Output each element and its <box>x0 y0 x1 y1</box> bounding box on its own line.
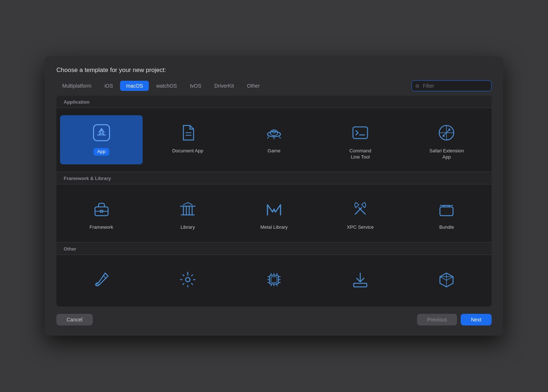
svg-text:A: A <box>99 128 104 137</box>
xpc-service-label: XPC Service <box>347 224 374 231</box>
svg-line-26 <box>359 208 365 214</box>
next-button[interactable]: Next <box>461 314 492 325</box>
svg-line-21 <box>188 203 192 205</box>
tab-multiplatform[interactable]: Multiplatform <box>56 81 97 91</box>
previous-button[interactable]: Previous <box>417 314 457 325</box>
cancel-button[interactable]: Cancel <box>56 314 93 325</box>
template-chip[interactable] <box>233 262 315 299</box>
safari-extension-icon <box>435 121 458 144</box>
command-line-label: CommandLine Tool <box>349 148 371 160</box>
template-library[interactable]: Library <box>146 192 229 235</box>
game-label: Game <box>267 148 280 154</box>
section-other: Other <box>56 243 492 307</box>
document-app-icon <box>176 121 199 144</box>
settings-icon <box>176 268 199 291</box>
svg-rect-10 <box>353 127 368 139</box>
app-label: App <box>94 148 109 156</box>
template-framework[interactable]: Framework <box>60 192 143 235</box>
framework-icon <box>90 197 113 221</box>
svg-point-30 <box>96 284 98 286</box>
section-framework-library: Framework & Library Framework <box>56 172 492 243</box>
svg-line-7 <box>267 136 269 139</box>
template-custom-build[interactable] <box>60 262 143 299</box>
chip-icon <box>262 268 286 291</box>
framework-grid: Framework <box>56 184 492 242</box>
template-safari-extension[interactable]: Safari ExtensionApp <box>405 115 488 165</box>
game-icon <box>262 121 286 144</box>
template-game[interactable]: Game <box>233 115 315 165</box>
filter-wrapper: ⊜ <box>412 80 492 91</box>
template-dialog: Choose a template for your new project: … <box>45 56 503 336</box>
template-app[interactable]: A App <box>60 115 143 165</box>
tab-other[interactable]: Other <box>241 81 266 91</box>
svg-point-31 <box>186 277 190 282</box>
dialog-title: Choose a template for your new project: <box>56 67 492 74</box>
document-app-label: Document App <box>172 148 203 154</box>
tab-watchos[interactable]: watchOS <box>150 81 183 91</box>
platform-tabs: Multiplatform iOS macOS watchOS tvOS Dri… <box>56 81 266 91</box>
filter-input[interactable] <box>412 80 492 91</box>
section-application: Application A App <box>56 96 492 172</box>
svg-point-5 <box>270 130 278 136</box>
svg-line-8 <box>279 136 281 139</box>
dialog-footer: Cancel Previous Next <box>56 314 492 325</box>
template-document-app[interactable]: Document App <box>146 115 229 165</box>
template-package[interactable] <box>405 262 488 299</box>
safari-extension-label: Safari ExtensionApp <box>429 148 464 160</box>
nav-buttons: Previous Next <box>417 314 492 325</box>
template-settings[interactable] <box>146 262 229 299</box>
command-line-icon <box>349 121 372 144</box>
section-application-header: Application <box>56 96 492 108</box>
tab-tvos[interactable]: tvOS <box>184 81 207 91</box>
tabs-and-filter-row: Multiplatform iOS macOS watchOS tvOS Dri… <box>56 80 492 91</box>
other-grid <box>56 255 492 307</box>
tab-driverkit[interactable]: DriverKit <box>209 81 240 91</box>
tab-macos[interactable]: macOS <box>120 81 149 91</box>
svg-line-27 <box>355 208 362 214</box>
bundle-label: Bundle <box>439 224 454 231</box>
template-bundle[interactable]: Bundle <box>405 192 488 235</box>
section-framework-header: Framework & Library <box>56 172 492 184</box>
metal-library-icon <box>262 197 286 221</box>
svg-line-20 <box>183 203 188 205</box>
svg-rect-28 <box>440 207 453 216</box>
svg-rect-46 <box>354 283 367 287</box>
app-icon: A <box>90 121 113 144</box>
section-other-header: Other <box>56 243 492 255</box>
xpc-service-icon <box>349 197 372 221</box>
template-command-line[interactable]: CommandLine Tool <box>319 115 402 165</box>
metal-library-label: Metal Library <box>260 224 287 231</box>
driver-icon <box>349 268 372 291</box>
tab-ios[interactable]: iOS <box>99 81 119 91</box>
bundle-icon <box>435 197 458 221</box>
package-icon <box>435 268 458 291</box>
application-grid: A App <box>56 108 492 172</box>
framework-label: Framework <box>90 224 113 231</box>
template-content-area: Application A App <box>56 96 492 307</box>
template-metal-library[interactable]: Metal Library <box>233 192 315 235</box>
template-driver[interactable] <box>319 262 402 299</box>
filter-icon: ⊜ <box>415 83 420 89</box>
library-label: Library <box>180 224 195 231</box>
svg-rect-33 <box>271 277 277 283</box>
library-icon <box>176 197 199 221</box>
custom-build-icon <box>90 268 113 291</box>
template-xpc-service[interactable]: XPC Service <box>319 192 402 235</box>
